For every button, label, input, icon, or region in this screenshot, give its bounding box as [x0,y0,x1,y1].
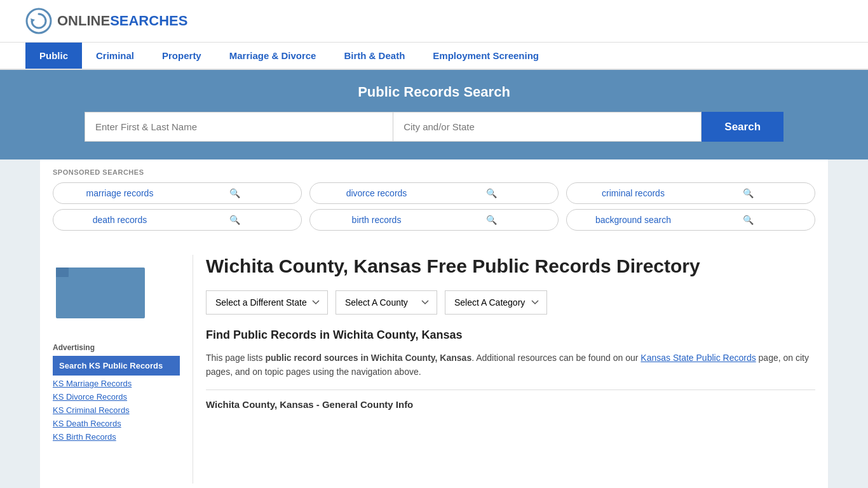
main-wrapper: SPONSORED SEARCHES marriage records 🔍 di… [27,159,841,488]
svg-rect-2 [56,268,145,318]
find-records-title: Find Public Records in Wichita County, K… [206,329,815,342]
sponsored-tag-birth[interactable]: birth records 🔍 [309,209,559,231]
search-icon-5: 🔍 [691,215,806,225]
page-title: Wichita County, Kansas Free Public Recor… [206,255,815,278]
sidebar-link-death[interactable]: KS Death Records [53,417,180,430]
logo-area: ONLINESEARCHES [25,8,187,34]
sponsored-tag-death[interactable]: death records 🔍 [53,209,302,231]
sponsored-searches: SPONSORED SEARCHES marriage records 🔍 di… [40,159,828,242]
logo-text: ONLINESEARCHES [57,13,187,29]
svg-point-0 [27,9,51,33]
ad-highlight[interactable]: Search KS Public Records [53,356,180,376]
search-icon-4: 🔍 [434,215,549,225]
logo-icon [25,8,52,34]
state-map-icon [53,255,154,331]
category-dropdown[interactable]: Select A Category [445,290,547,315]
name-input[interactable] [85,112,393,142]
search-banner: Public Records Search Search [0,70,868,159]
search-icon-0: 🔍 [177,188,292,198]
description-text: This page lists public record sources in… [206,351,815,379]
location-input[interactable] [393,112,702,142]
sidebar-link-birth[interactable]: KS Birth Records [53,430,180,444]
search-icon-2: 🔍 [691,188,806,198]
ks-public-records-link[interactable]: Kansas State Public Records [641,353,756,363]
search-button[interactable]: Search [702,112,783,142]
search-banner-title: Public Records Search [25,84,843,100]
content-area: Advertising Search KS Public Records KS … [40,242,828,488]
nav-item-marriage-divorce[interactable]: Marriage & Divorce [215,43,330,69]
county-info-label: Wichita County, Kansas - General County … [206,390,815,410]
search-form: Search [85,112,783,142]
search-icon-3: 🔍 [177,215,292,225]
sponsored-tag-criminal[interactable]: criminal records 🔍 [566,182,815,204]
sidebar-link-marriage[interactable]: KS Marriage Records [53,377,180,390]
main-content: Wichita County, Kansas Free Public Recor… [193,255,815,484]
sponsored-tag-marriage[interactable]: marriage records 🔍 [53,182,302,204]
sidebar-link-divorce[interactable]: KS Divorce Records [53,390,180,403]
nav-item-public[interactable]: Public [25,43,82,69]
main-nav: Public Criminal Property Marriage & Divo… [0,43,868,70]
sidebar: Advertising Search KS Public Records KS … [53,255,193,484]
sponsored-label: SPONSORED SEARCHES [53,168,815,176]
nav-item-employment[interactable]: Employment Screening [419,43,553,69]
nav-item-criminal[interactable]: Criminal [82,43,148,69]
sponsored-tag-divorce[interactable]: divorce records 🔍 [309,182,559,204]
advertising-label: Advertising [53,343,180,352]
header: ONLINESEARCHES [0,0,868,43]
svg-rect-3 [56,268,69,277]
sponsored-grid: marriage records 🔍 divorce records 🔍 cri… [53,182,815,231]
search-icon-1: 🔍 [434,188,549,198]
county-dropdown[interactable]: Select A County [336,290,437,315]
nav-item-property[interactable]: Property [148,43,215,69]
dropdowns-row: Select a Different State Select A County… [206,290,815,315]
sponsored-tag-background[interactable]: background search 🔍 [566,209,815,231]
state-dropdown[interactable]: Select a Different State [206,290,328,315]
sidebar-link-criminal[interactable]: KS Criminal Records [53,403,180,417]
nav-item-birth-death[interactable]: Birth & Death [330,43,419,69]
